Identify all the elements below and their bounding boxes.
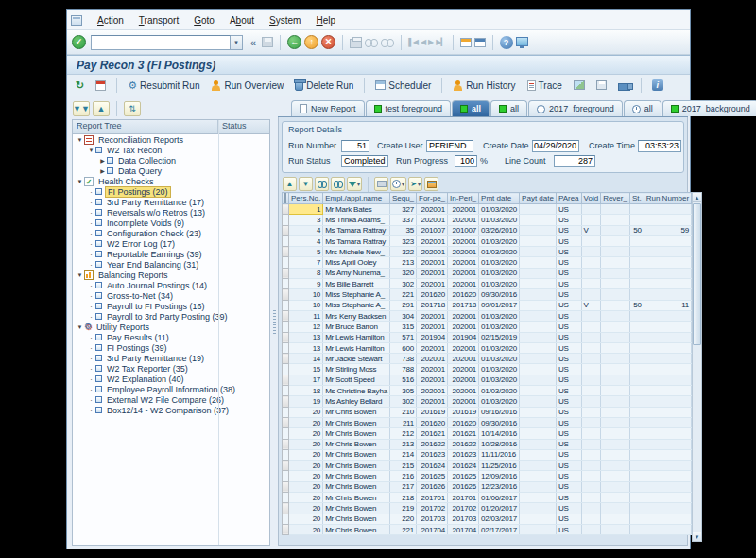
cell[interactable]: 202001 [448, 375, 479, 385]
tree-item[interactable]: ·Configuration Check (23) [73, 228, 269, 238]
cell[interactable] [601, 461, 630, 471]
menu-item-system[interactable]: System [262, 13, 308, 27]
cell[interactable] [601, 332, 630, 342]
cell[interactable]: Mr Lewis Hamilton [323, 332, 390, 342]
cell[interactable]: 4 [289, 235, 323, 246]
cell[interactable] [644, 514, 691, 524]
cell[interactable] [601, 310, 630, 321]
cell[interactable] [581, 257, 601, 268]
cell[interactable] [601, 322, 630, 332]
cell[interactable] [629, 354, 644, 364]
first-page-icon[interactable]: ▌◀ [408, 38, 418, 46]
cell[interactable]: 01/03/2020 [479, 375, 520, 385]
cell[interactable]: 201626 [417, 481, 448, 492]
cell[interactable]: 201625 [417, 471, 448, 481]
collapse-icon[interactable]: ▼ [76, 272, 84, 278]
cell[interactable] [644, 322, 691, 332]
cell[interactable]: 202001 [448, 268, 479, 278]
cell[interactable]: 202001 [448, 364, 479, 375]
info-button[interactable]: i [647, 78, 668, 93]
row-selector[interactable] [283, 289, 289, 300]
cell[interactable] [581, 514, 601, 524]
cell[interactable]: 13 [289, 342, 323, 353]
cell[interactable]: 02/03/2017 [479, 514, 520, 524]
cell[interactable]: 201718 [417, 300, 448, 310]
cell[interactable]: Ms Bille Barrett [323, 279, 390, 289]
cell[interactable]: 201904 [448, 332, 479, 342]
cell[interactable] [629, 524, 644, 534]
column-header-run-number[interactable]: Run Number [644, 193, 691, 204]
column-header-sequ-[interactable]: Sequ_ [389, 193, 416, 204]
run-status-field[interactable]: Completed [341, 155, 388, 167]
cell[interactable] [601, 396, 630, 407]
cell[interactable] [581, 396, 601, 407]
column-header-empl-appl-name[interactable]: Empl./appl.name [323, 193, 390, 204]
cell[interactable]: 202001 [448, 247, 479, 257]
cell[interactable]: US [556, 235, 581, 246]
tab-2017-background[interactable]: 2017_background [662, 100, 756, 116]
cell[interactable]: Miss Stephanie A_ [323, 289, 390, 300]
expand-icon[interactable]: ▶ [98, 167, 107, 174]
save-file-button[interactable] [592, 78, 611, 92]
cell[interactable] [520, 279, 557, 289]
cell[interactable]: 50 [629, 225, 644, 235]
cell[interactable] [520, 407, 557, 417]
cell[interactable] [581, 439, 601, 449]
cell[interactable]: Mr Stirling Moss [323, 364, 390, 375]
cell[interactable]: 01/03/2020 [479, 268, 520, 278]
cell[interactable]: 01/03/2020 [479, 279, 520, 289]
cell[interactable]: 10/14/2016 [479, 428, 520, 439]
cell[interactable]: 20 [289, 439, 323, 449]
row-selector[interactable] [283, 342, 289, 353]
cell[interactable] [601, 289, 630, 300]
cell[interactable]: 201619 [417, 407, 448, 417]
row-selector[interactable] [283, 322, 289, 332]
cell[interactable]: 202001 [417, 364, 448, 375]
row-selector[interactable] [283, 268, 289, 278]
cell[interactable]: US [556, 439, 581, 449]
cell[interactable]: 221 [389, 524, 416, 534]
find-icon[interactable] [365, 38, 378, 47]
expand-all-icon[interactable]: ▼▼ [73, 101, 90, 116]
cell[interactable] [581, 471, 601, 481]
row-selector[interactable] [283, 332, 289, 342]
cell[interactable] [629, 439, 644, 449]
menu-item-about[interactable]: About [222, 13, 262, 27]
cell[interactable]: 20 [289, 417, 323, 427]
cell[interactable]: 201701 [448, 493, 479, 503]
cell[interactable]: 11 [644, 300, 691, 310]
cell[interactable]: Ms Trinka Adams_ [323, 215, 390, 225]
row-selector[interactable] [283, 439, 289, 449]
scheduler-button[interactable]: Scheduler [370, 78, 436, 93]
cell[interactable] [581, 503, 601, 514]
row-selector[interactable] [283, 310, 289, 321]
cell[interactable]: 12 [289, 322, 323, 332]
cell[interactable] [520, 428, 557, 439]
cell[interactable] [601, 257, 630, 268]
row-selector[interactable] [283, 204, 289, 215]
cell[interactable]: 11 [289, 310, 323, 321]
cell[interactable] [629, 342, 644, 353]
menu-item-help[interactable]: Help [308, 13, 343, 27]
enter-icon[interactable]: ✓ [72, 35, 86, 49]
row-selector[interactable] [283, 449, 289, 460]
cell[interactable]: 01/03/2020 [479, 204, 520, 215]
cell[interactable]: US [556, 407, 581, 417]
cell[interactable] [601, 503, 630, 514]
tree-item[interactable]: ▶Data Collection [73, 155, 269, 166]
cell[interactable] [581, 354, 601, 364]
cell[interactable]: 13 [289, 332, 323, 342]
cell[interactable]: US [556, 268, 581, 278]
row-selector[interactable] [283, 481, 289, 492]
cell[interactable] [520, 449, 557, 460]
cell[interactable]: 302 [389, 279, 416, 289]
cell[interactable] [601, 481, 630, 492]
cell[interactable]: US [556, 471, 581, 481]
cell[interactable] [629, 235, 644, 246]
cell[interactable]: 4 [289, 225, 323, 235]
cell[interactable] [520, 322, 557, 332]
cell[interactable]: 202001 [448, 235, 479, 246]
cell[interactable]: US [556, 215, 581, 225]
cell[interactable]: US [556, 461, 581, 471]
grid-export-icon[interactable]: ➤▾ [408, 177, 422, 191]
